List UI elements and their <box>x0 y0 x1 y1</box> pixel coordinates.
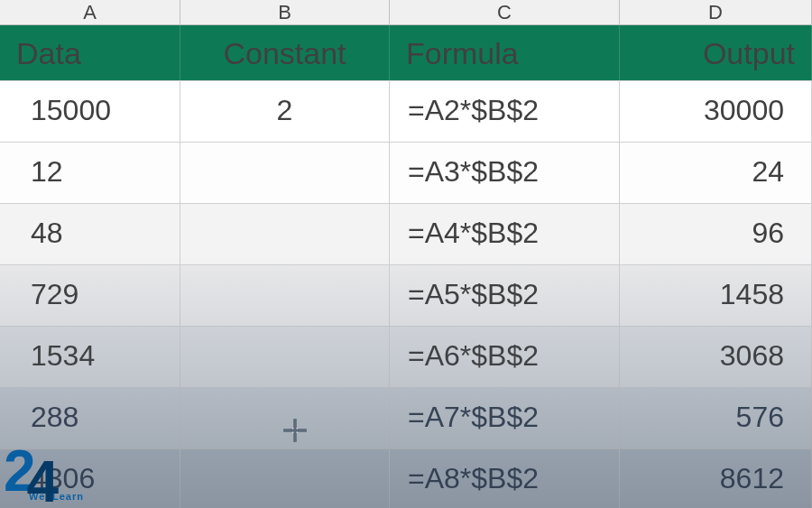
cell-b3[interactable] <box>180 143 390 203</box>
cell-d5[interactable]: 1458 <box>620 265 812 326</box>
cell-d8[interactable]: 8612 <box>620 449 812 508</box>
header-data[interactable]: Data <box>0 25 180 80</box>
cell-d6[interactable]: 3068 <box>620 327 812 387</box>
cell-a7[interactable]: 288 <box>0 388 180 448</box>
cell-a8[interactable]: 4306 <box>0 449 180 508</box>
cell-d2[interactable]: 30000 <box>620 81 812 142</box>
column-header-a[interactable]: A <box>0 0 180 24</box>
cell-d4[interactable]: 96 <box>620 204 812 264</box>
table-row: 15000 2 =A2*$B$2 30000 <box>0 81 812 143</box>
cell-a3[interactable]: 12 <box>0 143 180 203</box>
table-row: 4306 =A8*$B$2 8612 <box>0 449 812 508</box>
cell-b6[interactable] <box>180 327 390 387</box>
cell-c6[interactable]: =A6*$B$2 <box>390 327 620 387</box>
table-row: 288 =A7*$B$2 576 <box>0 388 812 449</box>
table-row: 729 =A5*$B$2 1458 <box>0 265 812 327</box>
cell-b8[interactable] <box>180 449 390 508</box>
cell-a4[interactable]: 48 <box>0 204 180 264</box>
header-formula[interactable]: Formula <box>390 25 620 80</box>
cell-c3[interactable]: =A3*$B$2 <box>390 143 620 203</box>
table-row: 48 =A4*$B$2 96 <box>0 204 812 265</box>
cell-b7[interactable] <box>180 388 390 448</box>
cell-c5[interactable]: =A5*$B$2 <box>390 265 620 326</box>
column-header-d[interactable]: D <box>620 0 812 24</box>
cell-b4[interactable] <box>180 204 390 264</box>
header-output[interactable]: Output <box>620 25 812 80</box>
cell-a5[interactable]: 729 <box>0 265 180 326</box>
spreadsheet-view: A B C D Data Constant Formula Output 150… <box>0 0 812 508</box>
cell-c7[interactable]: =A7*$B$2 <box>390 388 620 448</box>
cell-c4[interactable]: =A4*$B$2 <box>390 204 620 264</box>
cell-a2[interactable]: 15000 <box>0 81 180 142</box>
header-constant[interactable]: Constant <box>180 25 390 80</box>
cell-b2[interactable]: 2 <box>180 81 390 142</box>
column-header-row: A B C D <box>0 0 812 25</box>
column-header-b[interactable]: B <box>180 0 390 24</box>
cell-c2[interactable]: =A2*$B$2 <box>390 81 620 142</box>
cell-c8[interactable]: =A8*$B$2 <box>390 449 620 508</box>
table-row: 12 =A3*$B$2 24 <box>0 143 812 204</box>
cell-a6[interactable]: 1534 <box>0 327 180 387</box>
cell-d7[interactable]: 576 <box>620 388 812 448</box>
table-row: 1534 =A6*$B$2 3068 <box>0 327 812 388</box>
table-header-row: Data Constant Formula Output <box>0 25 812 81</box>
cell-d3[interactable]: 24 <box>620 143 812 203</box>
column-header-c[interactable]: C <box>390 0 620 24</box>
cell-b5[interactable] <box>180 265 390 326</box>
